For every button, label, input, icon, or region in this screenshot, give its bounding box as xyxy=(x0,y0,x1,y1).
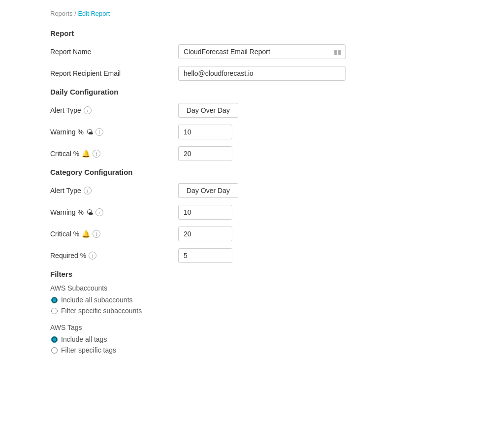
subaccounts-filter-specific-label: Filter specific subaccounts xyxy=(61,307,142,315)
aws-subaccounts-title: AWS Subaccounts xyxy=(50,284,454,292)
report-name-input[interactable] xyxy=(178,44,346,59)
category-config-section: Category Configuration Alert Type i Day … xyxy=(50,168,454,263)
daily-config-section: Daily Configuration Alert Type i Day Ove… xyxy=(50,88,454,161)
tags-include-all-label: Include all tags xyxy=(61,335,107,343)
breadcrumb: Reports / Edit Report xyxy=(50,10,454,17)
daily-alert-type-help-icon[interactable]: i xyxy=(84,106,92,114)
daily-config-title: Daily Configuration xyxy=(50,88,454,96)
report-name-label: Report Name xyxy=(50,44,178,56)
daily-warning-label: Warning % 🌤 i xyxy=(50,125,178,136)
aws-tags-group: AWS Tags Include all tags Filter specifi… xyxy=(50,324,454,354)
tags-filter-specific-label: Filter specific tags xyxy=(61,346,116,354)
category-alert-type-wrapper: Day Over Day xyxy=(178,183,454,198)
critical-bell-icon: 🔔 xyxy=(82,150,90,158)
category-warning-wrapper xyxy=(178,205,454,220)
aws-tags-title: AWS Tags xyxy=(50,324,454,331)
subaccounts-include-all-label: Include all subaccounts xyxy=(61,296,133,304)
category-warning-help-icon[interactable]: i xyxy=(95,208,103,216)
daily-warning-input[interactable] xyxy=(178,125,232,139)
breadcrumb-parent: Reports xyxy=(50,10,73,17)
daily-warning-help-icon[interactable]: i xyxy=(95,128,103,136)
daily-critical-help-icon[interactable]: i xyxy=(93,150,100,158)
category-critical-bell-icon: 🔔 xyxy=(82,230,90,238)
daily-critical-input[interactable] xyxy=(178,146,232,161)
report-recipient-label: Report Recipient Email xyxy=(50,66,178,77)
tags-include-all-radio[interactable] xyxy=(51,336,58,343)
tags-filter-specific-option[interactable]: Filter specific tags xyxy=(51,346,454,354)
subaccounts-include-all-radio[interactable] xyxy=(51,297,58,303)
daily-critical-row: Critical % 🔔 i xyxy=(50,146,454,161)
subaccounts-filter-specific-radio[interactable] xyxy=(51,308,58,314)
tags-radio-group: Include all tags Filter specific tags xyxy=(51,335,454,354)
warning-cloud-icon: 🌤 xyxy=(86,128,93,136)
report-name-wrapper: ▮▮ xyxy=(178,44,454,59)
daily-alert-type-row: Alert Type i Day Over Day xyxy=(50,103,454,118)
category-config-title: Category Configuration xyxy=(50,168,454,176)
subaccounts-filter-specific-option[interactable]: Filter specific subaccounts xyxy=(51,307,454,315)
category-alert-type-button[interactable]: Day Over Day xyxy=(178,183,238,198)
category-required-label: Required % i xyxy=(50,248,178,260)
category-alert-type-label: Alert Type i xyxy=(50,183,178,195)
daily-alert-type-wrapper: Day Over Day xyxy=(178,103,454,118)
report-name-row: Report Name ▮▮ xyxy=(50,44,454,59)
report-recipient-input[interactable] xyxy=(178,66,346,81)
tags-include-all-option[interactable]: Include all tags xyxy=(51,335,454,343)
category-alert-type-help-icon[interactable]: i xyxy=(84,187,92,195)
aws-subaccounts-group: AWS Subaccounts Include all subaccounts … xyxy=(50,284,454,315)
daily-critical-wrapper xyxy=(178,146,454,161)
category-critical-help-icon[interactable]: i xyxy=(93,230,100,238)
category-warning-label: Warning % 🌤 i xyxy=(50,205,178,216)
filters-section: Filters AWS Subaccounts Include all suba… xyxy=(50,270,454,354)
category-required-help-icon[interactable]: i xyxy=(89,252,96,260)
category-required-wrapper xyxy=(178,248,454,263)
report-section-title: Report xyxy=(50,29,454,37)
category-required-row: Required % i xyxy=(50,248,454,263)
daily-warning-wrapper xyxy=(178,125,454,139)
subaccounts-include-all-option[interactable]: Include all subaccounts xyxy=(51,296,454,304)
report-section: Report Report Name ▮▮ Report Recipient E… xyxy=(50,29,454,81)
category-required-input[interactable] xyxy=(178,248,232,263)
category-warning-row: Warning % 🌤 i xyxy=(50,205,454,220)
subaccounts-radio-group: Include all subaccounts Filter specific … xyxy=(51,296,454,315)
daily-critical-label: Critical % 🔔 i xyxy=(50,146,178,158)
category-alert-type-row: Alert Type i Day Over Day xyxy=(50,183,454,198)
report-recipient-wrapper xyxy=(178,66,454,81)
filters-title: Filters xyxy=(50,270,454,278)
category-critical-label: Critical % 🔔 i xyxy=(50,227,178,238)
category-critical-row: Critical % 🔔 i xyxy=(50,227,454,241)
daily-alert-type-label: Alert Type i xyxy=(50,103,178,114)
report-recipient-row: Report Recipient Email xyxy=(50,66,454,81)
breadcrumb-current[interactable]: Edit Report xyxy=(78,10,110,17)
category-critical-input[interactable] xyxy=(178,227,232,241)
category-warning-cloud-icon: 🌤 xyxy=(86,208,93,216)
daily-warning-row: Warning % 🌤 i xyxy=(50,125,454,139)
daily-alert-type-button[interactable]: Day Over Day xyxy=(178,103,238,118)
category-critical-wrapper xyxy=(178,227,454,241)
category-warning-input[interactable] xyxy=(178,205,232,220)
tags-filter-specific-radio[interactable] xyxy=(51,347,58,354)
report-name-icon: ▮▮ xyxy=(334,48,342,56)
